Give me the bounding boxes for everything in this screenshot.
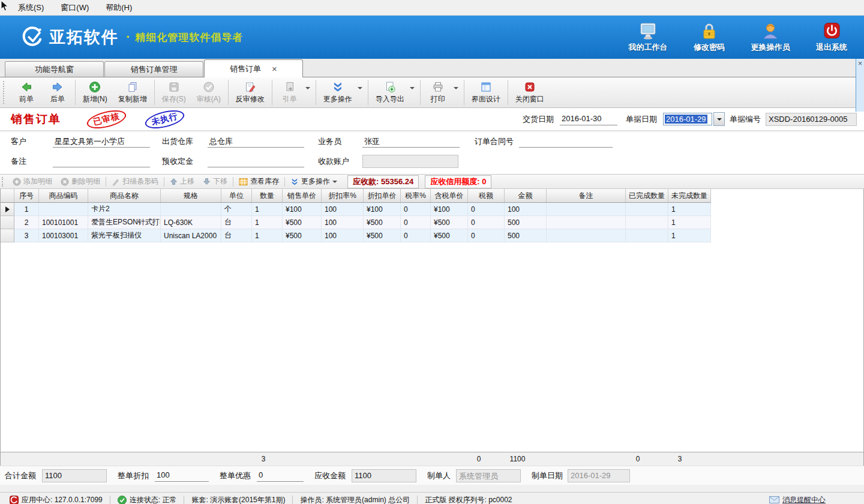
delivery-date-field[interactable]: 2016-01-30: [560, 113, 617, 125]
audit-button[interactable]: 审核(A): [191, 80, 226, 106]
grid-cell[interactable]: ¥500: [283, 216, 322, 229]
message-center-link[interactable]: 消息提醒中心: [764, 495, 830, 504]
grid-cell[interactable]: 100: [322, 229, 364, 242]
next-doc-button[interactable]: 后单: [42, 80, 73, 106]
grid-cell[interactable]: ¥100: [364, 203, 401, 216]
grid-cell[interactable]: 1: [668, 229, 711, 242]
grid-cell[interactable]: 3: [14, 229, 39, 242]
grid-column-header[interactable]: 序号: [14, 189, 39, 203]
grid-column-header[interactable]: 已完成数量: [626, 189, 668, 203]
deposit-field[interactable]: [208, 155, 304, 167]
grid-cell[interactable]: 台: [221, 229, 252, 242]
grid-column-header[interactable]: 规格: [161, 189, 221, 203]
reaudit-button[interactable]: 反审修改: [230, 80, 270, 106]
contract-no-field[interactable]: [519, 136, 613, 148]
delete-row-button[interactable]: 删除明细: [56, 176, 104, 187]
grid-cell[interactable]: [161, 203, 221, 216]
add-row-button[interactable]: 添加明细: [8, 176, 56, 187]
grid-column-header[interactable]: 折扣率%: [322, 189, 364, 203]
tab-sales-order-management[interactable]: 销售订单管理: [104, 61, 203, 77]
dropdown-caret-icon[interactable]: [305, 87, 310, 89]
grid-cell[interactable]: [626, 216, 668, 229]
more-actions-button[interactable]: 更多操作: [318, 80, 358, 106]
grid-cell[interactable]: Uniscan LA2000: [161, 229, 221, 242]
grid-cell[interactable]: 爱普生EPSON针式打印: [88, 216, 161, 229]
grid-cell[interactable]: ¥500: [431, 229, 468, 242]
dropdown-caret-icon[interactable]: [358, 87, 362, 89]
grid-column-header[interactable]: 税额: [468, 189, 505, 203]
grid-cell[interactable]: [39, 203, 88, 216]
grid-cell[interactable]: 100: [505, 203, 547, 216]
save-button[interactable]: 保存(S): [157, 80, 191, 106]
prev-doc-button[interactable]: 前单: [11, 80, 42, 106]
row-selector-header[interactable]: [1, 189, 14, 203]
scan-barcode-button[interactable]: 扫描条形码: [107, 176, 163, 187]
grid-cell[interactable]: 0: [468, 203, 505, 216]
grid-cell[interactable]: 1: [668, 216, 711, 229]
grid-cell[interactable]: [626, 229, 668, 242]
grid-column-header[interactable]: 含税单价: [431, 189, 468, 203]
order-reduce-field[interactable]: 0: [257, 470, 304, 482]
grid-cell[interactable]: [547, 203, 626, 216]
ui-design-button[interactable]: 界面设计: [466, 80, 506, 106]
doc-date-field[interactable]: 2016-01-29: [663, 113, 712, 125]
grid-cell[interactable]: ¥100: [283, 203, 322, 216]
grid-row[interactable]: 1卡片2个1¥100100¥1000¥10001001: [1, 203, 711, 216]
grid-cell[interactable]: 500: [505, 229, 547, 242]
grid-cell[interactable]: 100: [322, 216, 364, 229]
grid-cell[interactable]: ¥500: [364, 216, 401, 229]
row-selector-cell[interactable]: [1, 229, 14, 242]
panel-close-icon[interactable]: ×: [856, 59, 864, 68]
switch-operator-button[interactable]: 更换操作员: [746, 22, 794, 53]
view-stock-button[interactable]: 查看库存: [235, 176, 283, 187]
grid-cell[interactable]: 0: [401, 229, 431, 242]
grid-cell[interactable]: ¥100: [431, 203, 468, 216]
grid-cell[interactable]: 紫光平板扫描仪: [88, 229, 161, 242]
grid-cell[interactable]: [547, 216, 626, 229]
grid-column-header[interactable]: 折扣单价: [364, 189, 401, 203]
grid-row[interactable]: 3100103001紫光平板扫描仪Uniscan LA2000台1¥500100…: [1, 229, 711, 242]
menu-window[interactable]: 窗口(W): [52, 2, 97, 13]
grid-column-header[interactable]: 单位: [221, 189, 252, 203]
warehouse-field[interactable]: 总仓库: [208, 136, 304, 148]
grid-cell[interactable]: 0: [401, 203, 431, 216]
grid-cell[interactable]: [547, 229, 626, 242]
copy-new-button[interactable]: 复制新增: [113, 80, 152, 106]
grid-column-header[interactable]: 数量: [252, 189, 283, 203]
customer-field[interactable]: 星星文具第一小学店: [53, 136, 150, 148]
grid-column-header[interactable]: 未完成数量: [668, 189, 711, 203]
dropdown-caret-icon[interactable]: [410, 87, 415, 89]
grid-cell[interactable]: 台: [221, 216, 252, 229]
grid-column-header[interactable]: 商品编码: [39, 189, 88, 203]
tab-function-navigator[interactable]: 功能导航窗: [5, 61, 104, 77]
grid-cell[interactable]: 1: [252, 229, 283, 242]
new-button[interactable]: 新增(N): [77, 80, 113, 106]
print-button[interactable]: 打印: [422, 80, 454, 106]
grid-cell[interactable]: 个: [221, 203, 252, 216]
grid-cell[interactable]: 1: [668, 203, 711, 216]
grid-cell[interactable]: 1: [252, 203, 283, 216]
my-workbench-button[interactable]: 我的工作台: [624, 22, 672, 53]
grid-row[interactable]: 2100101001爱普生EPSON针式打印LQ-630K台1¥500100¥5…: [1, 216, 711, 229]
grid-cell[interactable]: 100103001: [39, 229, 88, 242]
grid-cell[interactable]: 100: [322, 203, 364, 216]
order-discount-field[interactable]: 100: [155, 470, 209, 482]
grid-column-header[interactable]: 金额: [505, 189, 547, 203]
pull-doc-button[interactable]: 引单: [274, 80, 305, 106]
grid-cell[interactable]: 0: [401, 216, 431, 229]
grid-cell[interactable]: 0: [468, 229, 505, 242]
tab-close-icon[interactable]: ×: [272, 64, 277, 73]
grid-cell[interactable]: 1: [14, 203, 39, 216]
import-export-button[interactable]: 导入导出: [370, 80, 410, 106]
grid-cell[interactable]: LQ-630K: [161, 216, 221, 229]
menu-help[interactable]: 帮助(H): [97, 2, 140, 13]
move-down-button[interactable]: 下移: [199, 176, 232, 187]
grid-cell[interactable]: 0: [468, 216, 505, 229]
remark-field[interactable]: [53, 155, 150, 167]
row-selector-cell[interactable]: [1, 203, 14, 216]
grid-cell[interactable]: ¥500: [364, 229, 401, 242]
exit-system-button[interactable]: 退出系统: [808, 22, 856, 53]
salesman-field[interactable]: 张亚: [362, 136, 460, 148]
grid-cell[interactable]: 500: [505, 216, 547, 229]
grid-column-header[interactable]: 备注: [547, 189, 626, 203]
